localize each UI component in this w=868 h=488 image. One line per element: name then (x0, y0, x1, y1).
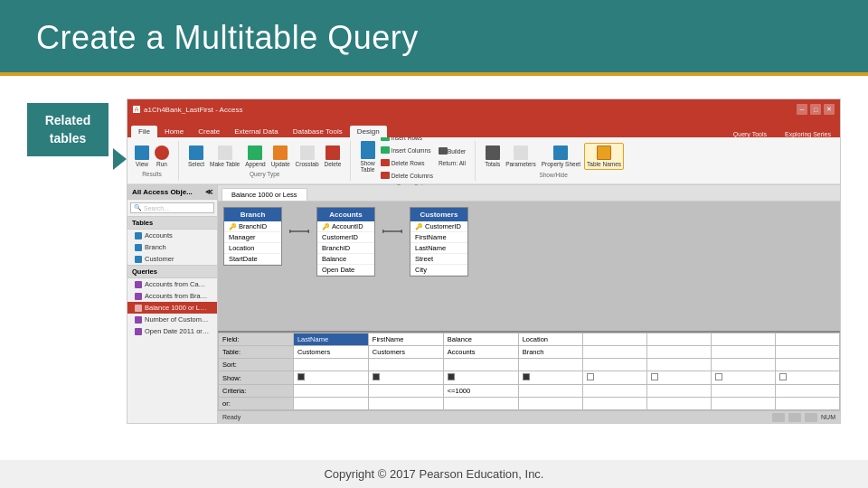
grid-field-3[interactable]: Balance (443, 333, 518, 346)
nav-item-accounts[interactable]: Accounts (127, 230, 217, 241)
grid-sort-1[interactable] (293, 359, 368, 371)
arrow-pointer (113, 148, 127, 170)
nav-item-q3[interactable]: Balance 1000 or Less (127, 302, 217, 314)
grid-table-1[interactable]: Customers (293, 346, 368, 359)
grid-sort-3[interactable] (443, 359, 518, 371)
grid-row-table: Table: Customers Customers Accounts Bran… (219, 346, 840, 359)
grid-field-2[interactable]: FirstName (368, 333, 443, 346)
checkbox-2[interactable] (373, 373, 380, 380)
checkbox-1[interactable] (297, 373, 305, 380)
grid-field-6[interactable] (646, 333, 711, 346)
grid-field-8[interactable] (775, 333, 839, 346)
nav-item-q2[interactable]: Accounts from Branc... (127, 290, 217, 302)
delete-btn[interactable]: Delete (323, 144, 344, 169)
grid-sort-7[interactable] (711, 359, 775, 371)
select-btn[interactable]: Select (186, 144, 206, 169)
grid-sort-5[interactable] (582, 359, 646, 371)
table-names-btn[interactable]: Table Names (584, 143, 624, 170)
builder-btn[interactable]: Builder (437, 145, 467, 157)
grid-criteria-3[interactable]: <=1000 (443, 385, 518, 398)
checkbox-8[interactable] (779, 373, 787, 380)
checkbox-4[interactable] (523, 373, 530, 380)
grid-show-1[interactable] (293, 371, 368, 385)
query-tab[interactable]: Balance 1000 or Less (222, 188, 307, 201)
grid-or-3[interactable] (443, 398, 518, 410)
checkbox-5[interactable] (587, 373, 594, 380)
totals-btn[interactable]: Totals (483, 144, 502, 169)
grid-or-4[interactable] (518, 398, 582, 410)
append-btn[interactable]: Append (243, 144, 267, 169)
grid-sort-2[interactable] (368, 359, 443, 371)
minimize-btn[interactable]: ─ (797, 104, 807, 115)
grid-or-7[interactable] (711, 398, 775, 410)
nav-item-q4[interactable]: Number of Customer Accounts (127, 314, 217, 325)
ribbon-tab-create[interactable]: Create (191, 126, 227, 137)
checkbox-7[interactable] (715, 373, 722, 380)
update-btn[interactable]: Update (269, 144, 292, 169)
property-sheet-btn[interactable]: Property Sheet (540, 144, 582, 169)
nav-search[interactable]: 🔍 Search... (130, 202, 214, 213)
grid-field-7[interactable] (711, 333, 775, 346)
accounts-field-id: 🔑 AccountID (317, 221, 374, 232)
grid-table-6[interactable] (646, 346, 711, 359)
grid-or-8[interactable] (775, 398, 839, 410)
svg-point-4 (382, 230, 384, 233)
grid-criteria-4[interactable] (518, 385, 582, 398)
delete-rows-btn[interactable]: Delete Rows (379, 157, 427, 169)
show-table-btn[interactable]: ShowTable (358, 139, 376, 174)
grid-criteria-7[interactable] (711, 385, 775, 398)
grid-sort-8[interactable] (775, 359, 839, 371)
nav-item-q1[interactable]: Accounts from Campus Branch (127, 278, 217, 290)
grid-table-5[interactable] (582, 346, 646, 359)
ribbon-tab-design[interactable]: Design (350, 126, 387, 137)
make-table-btn[interactable]: Make Table (208, 144, 241, 169)
grid-field-1[interactable]: LastName (293, 333, 368, 346)
nav-toggle-icon[interactable]: ≪ (205, 188, 212, 196)
grid-show-5[interactable] (582, 371, 646, 385)
grid-show-6[interactable] (646, 371, 711, 385)
delete-cols-btn[interactable]: Delete Columns (379, 170, 435, 182)
ribbon-tab-file[interactable]: File (131, 126, 157, 137)
status-icon-2 (788, 413, 801, 422)
grid-or-1[interactable] (293, 398, 368, 410)
ribbon-tab-home[interactable]: Home (157, 126, 191, 137)
grid-show-3[interactable] (443, 371, 518, 385)
grid-field-5[interactable] (582, 333, 646, 346)
close-btn[interactable]: ✕ (824, 104, 835, 115)
view-btn[interactable]: View (133, 144, 151, 169)
grid-show-4[interactable] (518, 371, 582, 385)
grid-criteria-2[interactable] (368, 385, 443, 398)
grid-criteria-6[interactable] (646, 385, 711, 398)
nav-item-customer[interactable]: Customer (127, 253, 217, 265)
grid-table-4[interactable]: Branch (518, 346, 582, 359)
ribbon-tab-database[interactable]: Database Tools (286, 126, 350, 137)
grid-field-4[interactable]: Location (518, 333, 582, 346)
parameters-btn[interactable]: Parameters (504, 144, 538, 169)
run-btn[interactable]: Run (153, 144, 171, 169)
grid-criteria-8[interactable] (775, 385, 839, 398)
nav-item-q5-label: Open Date 2011 or Later (145, 327, 210, 335)
return-btn[interactable]: Return: All (437, 158, 467, 168)
grid-criteria-5[interactable] (582, 385, 646, 398)
grid-show-2[interactable] (368, 371, 443, 385)
maximize-btn[interactable]: □ (810, 104, 821, 115)
grid-table-2[interactable]: Customers (368, 346, 443, 359)
insert-cols-btn[interactable]: Insert Columns (379, 145, 433, 156)
grid-or-6[interactable] (646, 398, 711, 410)
ribbon-tab-external[interactable]: External Data (227, 126, 285, 137)
grid-table-8[interactable] (775, 346, 839, 359)
grid-table-7[interactable] (711, 346, 775, 359)
checkbox-3[interactable] (448, 373, 455, 380)
grid-sort-4[interactable] (518, 359, 582, 371)
grid-show-8[interactable] (775, 371, 839, 385)
grid-show-7[interactable] (711, 371, 775, 385)
nav-item-branch[interactable]: Branch (127, 241, 217, 253)
crosstab-btn[interactable]: Crosstab (294, 144, 321, 169)
grid-criteria-1[interactable] (293, 385, 368, 398)
grid-or-5[interactable] (582, 398, 646, 410)
grid-sort-6[interactable] (646, 359, 711, 371)
nav-item-q5[interactable]: Open Date 2011 or Later (127, 325, 217, 337)
grid-table-3[interactable]: Accounts (443, 346, 518, 359)
grid-or-2[interactable] (368, 398, 443, 410)
checkbox-6[interactable] (651, 373, 658, 380)
